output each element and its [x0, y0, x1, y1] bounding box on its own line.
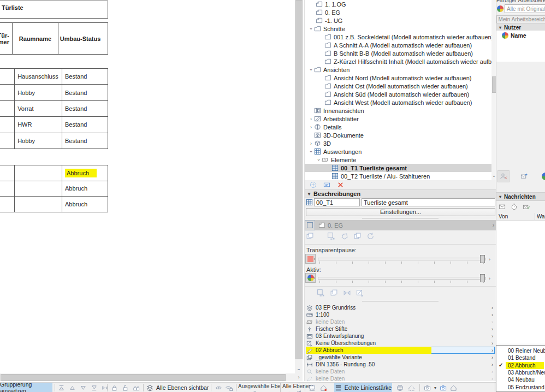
active-slider[interactable]: [318, 274, 486, 284]
tree-item-section[interactable]: 001 z.B. Sockeldetail (Modell automatisc…: [305, 33, 496, 41]
send-message-icon[interactable]: [520, 173, 528, 180]
scroll-down-icon[interactable]: ⌄: [295, 366, 303, 371]
trace-toggle-button[interactable]: [305, 220, 315, 230]
send-to-back-icon[interactable]: [91, 384, 98, 391]
vertical-scrollbar-thumb[interactable]: [295, 0, 303, 359]
tree-item-section[interactable]: A Schnitt A-A (Modell automatisch wieder…: [305, 41, 496, 49]
house-dashed-icon[interactable]: [408, 384, 415, 391]
chevron-right-icon[interactable]: [308, 116, 314, 122]
bring-to-front-icon[interactable]: [58, 384, 65, 391]
eye-icon[interactable]: [286, 390, 293, 392]
menu-item-reiner-neubau[interactable]: 00 Reiner Neubau: [496, 347, 545, 354]
bring-forward-icon[interactable]: [69, 384, 76, 391]
tree-item-story-1og[interactable]: 1. 1.OG: [305, 0, 496, 8]
horizontal-scrollbar-thumb[interactable]: [1, 374, 286, 381]
drag-reference-icon[interactable]: [306, 232, 314, 240]
quick-option-pen-set[interactable]: Fischer Stifte: [305, 325, 496, 332]
tree-item-elements[interactable]: Elemente: [305, 156, 496, 164]
tree-item-elevation[interactable]: Ansicht Ost (Modell automatisch wieder a…: [305, 82, 496, 90]
messages-section-header[interactable]: Nachrichten: [496, 192, 545, 201]
tree-item-elevation[interactable]: Ansicht West (Modell automatisch wieder …: [305, 98, 496, 106]
chevron-down-icon[interactable]: ▾: [434, 385, 436, 390]
layers-visible-button[interactable]: Alle Ebenen sichtbar: [146, 383, 209, 392]
envelope-check-icon[interactable]: [523, 203, 530, 210]
reference-fill-button[interactable]: ›: [305, 254, 316, 264]
scroll-right-icon[interactable]: ›: [295, 375, 303, 380]
quick-option-no-data[interactable]: keine Daten: [305, 375, 496, 382]
settings-button[interactable]: Einstellungen...: [306, 208, 495, 216]
rebuild-reference-icon[interactable]: [366, 232, 375, 240]
camera-icon[interactable]: [424, 384, 431, 391]
tree-item-schedule-00t1[interactable]: 00_T1 Tuerliste gesamt: [305, 164, 496, 172]
chevron-right-icon[interactable]: [308, 124, 314, 130]
stopwatch-icon[interactable]: [511, 203, 518, 210]
quick-option-renovation-filter[interactable]: 02 Abbruch: [305, 347, 496, 354]
table-row[interactable]: 01 Abbruch: [0, 181, 108, 197]
tree-item-3d[interactable]: 3D: [305, 139, 496, 147]
envelope-icon[interactable]: [499, 203, 506, 210]
camera-add-icon[interactable]: [440, 384, 447, 391]
tree-item-schedule-00t2[interactable]: 00_T2 Tuerliste / Alu- Stahltueren: [305, 172, 496, 180]
column-divider[interactable]: [535, 213, 535, 220]
menu-item-bestand[interactable]: 01 Bestand: [496, 354, 545, 361]
add-item-icon[interactable]: [309, 181, 317, 189]
quick-option-scale[interactable]: 1:100: [305, 311, 496, 318]
copy-reference-icon[interactable]: [330, 289, 338, 297]
menu-item-abbruch[interactable]: ✓ 02 Abbruch: [496, 362, 545, 369]
chevron-down-icon[interactable]: [316, 157, 322, 163]
slider-handle[interactable]: [480, 274, 485, 282]
table-row[interactable]: 05 Vorrat Bestand: [0, 100, 108, 116]
table-row[interactable]: 02 Hausanschluss Bestand: [0, 69, 108, 84]
remove-user-button[interactable]: [497, 170, 510, 182]
tree-item-elevation[interactable]: Ansicht Süd (Modell automatisch wieder a…: [305, 90, 496, 98]
send-backward-icon[interactable]: [80, 384, 87, 391]
eye-lock-icon[interactable]: [226, 384, 233, 391]
plotter-icon[interactable]: [309, 384, 316, 391]
quick-option-model-view[interactable]: 03 Entwurfsplanung: [305, 332, 496, 340]
fill-visibility-icon[interactable]: [356, 289, 364, 297]
chevron-down-icon[interactable]: [308, 67, 314, 73]
eye-icon[interactable]: [215, 384, 222, 391]
tree-item-story-eg[interactable]: 0. EG: [305, 8, 496, 16]
tree-item-worksheets[interactable]: Arbeitsblätter: [305, 115, 496, 123]
suspend-groups-toggle[interactable]: Gruppierung aussetzen: [0, 383, 52, 392]
grab-reference-icon[interactable]: [317, 289, 325, 297]
tree-item-elevation[interactable]: Ansicht Nord (Modell automatisch wieder …: [305, 74, 496, 82]
tree-item-sections[interactable]: Schnitte: [305, 25, 496, 33]
home-story-icon[interactable]: [320, 384, 327, 391]
quick-option-dimension-standard[interactable]: DIN 1356 - Rundung .50: [305, 361, 496, 368]
lock-icon[interactable]: [251, 390, 258, 392]
chevron-down-icon[interactable]: [308, 149, 314, 155]
slider-handle[interactable]: [480, 255, 485, 263]
chevron-right-icon[interactable]: ›: [489, 257, 490, 262]
tree-item-section[interactable]: B Schnitt B-B (Modell automatisch wieder…: [305, 49, 496, 57]
palette-divider[interactable]: [362, 301, 439, 301]
table-row[interactable]: 06 Hobby Bestand: [0, 133, 108, 149]
table-row[interactable]: 01 Abbruch: [0, 165, 108, 181]
rotate-reference-icon[interactable]: [340, 232, 348, 240]
chevron-right-icon[interactable]: ›: [493, 222, 494, 228]
colored-pie-icon[interactable]: [542, 173, 545, 180]
delete-icon[interactable]: [336, 181, 344, 189]
table-row[interactable]: 04 HWR Bestand: [0, 116, 108, 132]
descriptions-section-header[interactable]: Beschreibungen: [305, 189, 496, 198]
refresh-icon[interactable]: [295, 390, 303, 392]
tree-item-story-ug[interactable]: -1. UG: [305, 16, 496, 25]
rename-icon[interactable]: [323, 181, 330, 189]
tree-item-schedules[interactable]: Auswertungen: [305, 147, 496, 156]
chevron-down-icon[interactable]: [308, 26, 314, 32]
workspace-filter-input[interactable]: Alle mit Originalfarb: [505, 4, 545, 13]
palette-divider[interactable]: [362, 218, 439, 218]
tree-item-3d-documents[interactable]: 3D-Dokumente: [305, 131, 496, 139]
active-fill-button[interactable]: ›: [305, 273, 316, 283]
tree-item-section[interactable]: Z-Kürzel Hilfsschnitt Inhalt (Modell aut…: [305, 57, 496, 66]
quick-option-no-data[interactable]: keine Daten: [305, 368, 496, 375]
chevron-right-icon[interactable]: ›: [489, 276, 490, 281]
transparency-slider[interactable]: [318, 255, 486, 265]
menu-item-endzustand[interactable]: 05 Endzustand: [496, 383, 545, 390]
switch-reference-icon[interactable]: [353, 232, 362, 240]
quick-option-no-data[interactable]: keine Daten: [305, 318, 496, 325]
move-reference-icon[interactable]: [327, 232, 335, 240]
schedule-name-input[interactable]: [362, 198, 495, 206]
horizontal-scrollbar[interactable]: ›: [0, 373, 303, 381]
